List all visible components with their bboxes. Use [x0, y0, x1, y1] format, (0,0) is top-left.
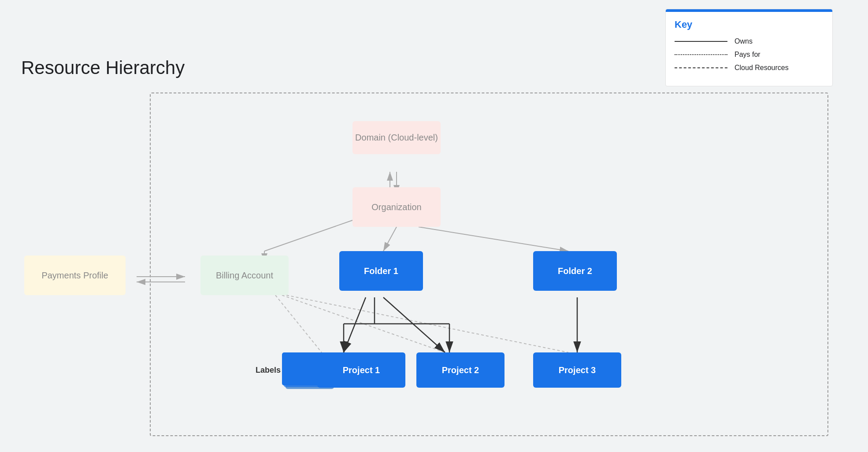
payments-profile-node: Payments Profile — [24, 256, 126, 295]
organization-node: Organization — [352, 187, 441, 227]
billing-account-node: Billing Account — [200, 256, 289, 295]
project2-node: Project 2 — [416, 352, 504, 388]
project1-node: Project 1 — [317, 352, 405, 388]
project3-node: Project 3 — [533, 352, 621, 388]
key-title: Key — [675, 19, 823, 30]
folder2-node: Folder 2 — [533, 251, 617, 291]
diagram: Domain (Cloud-level) Organization Billin… — [0, 35, 868, 449]
domain-node: Domain (Cloud-level) — [352, 121, 441, 154]
labels-text: Labels — [256, 366, 281, 375]
folder1-node: Folder 1 — [339, 251, 423, 291]
